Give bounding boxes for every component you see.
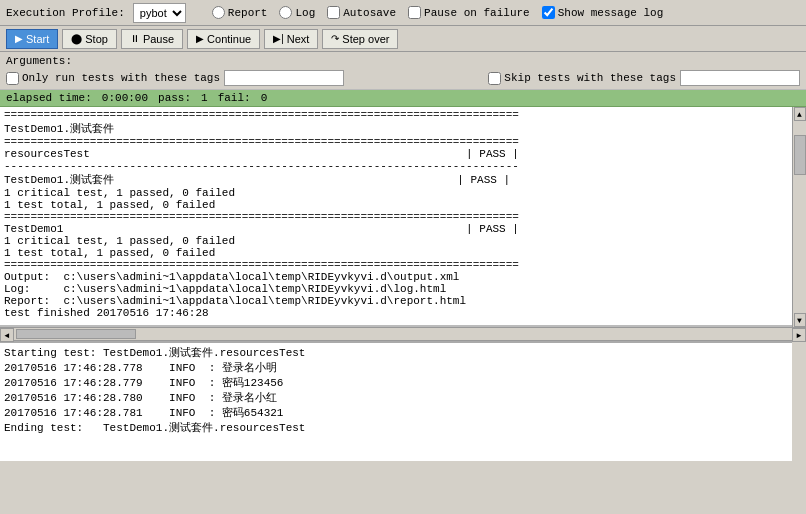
show-message-log-checkbox-item: Show message log	[542, 6, 664, 19]
scroll-up-arrow[interactable]: ▲	[794, 107, 806, 121]
next-button[interactable]: ▶| Next	[264, 29, 318, 49]
output-line: Output: c:\users\admini~1\appdata\local\…	[4, 271, 788, 283]
show-message-log-checkbox[interactable]	[542, 6, 555, 19]
start-label: Start	[26, 33, 49, 45]
pause-on-failure-checkbox-item: Pause on failure	[408, 6, 530, 19]
show-message-log-label: Show message log	[558, 7, 664, 19]
output-panel[interactable]: ========================================…	[0, 107, 792, 327]
log-panel[interactable]: Starting test: TestDemo1.测试套件.resourcesT…	[0, 341, 792, 461]
report-radio[interactable]	[212, 6, 225, 19]
step-over-icon: ↷	[331, 33, 339, 44]
only-run-checkbox-item: Only run tests with these tags	[6, 72, 220, 85]
fail-value: 0	[261, 92, 268, 104]
stop-button[interactable]: ⬤ Stop	[62, 29, 117, 49]
skip-checkbox[interactable]	[488, 72, 501, 85]
fail-label: fail:	[218, 92, 251, 104]
pause-label: Pause	[143, 33, 174, 45]
skip-checkbox-item: Skip tests with these tags	[488, 72, 676, 85]
profile-select[interactable]: pybot	[133, 3, 186, 23]
output-line: test finished 20170516 17:46:28	[4, 307, 788, 319]
scroll-right-arrow[interactable]: ►	[792, 328, 806, 342]
start-button[interactable]: ▶ Start	[6, 29, 58, 49]
toolbar: ▶ Start ⬤ Stop ⏸ Pause ▶ Continue ▶| Nex…	[0, 26, 806, 52]
autosave-label: Autosave	[343, 7, 396, 19]
report-checkbox-item: Report	[212, 6, 268, 19]
start-icon: ▶	[15, 33, 23, 44]
status-bar: elapsed time: 0:00:00 pass: 1 fail: 0	[0, 90, 806, 107]
log-line: 20170516 17:46:28.780 INFO : 登录名小红	[4, 390, 788, 405]
output-line: 1 test total, 1 passed, 0 failed	[4, 247, 788, 259]
hscroll-thumb[interactable]	[16, 329, 136, 339]
report-label: Report	[228, 7, 268, 19]
elapsed-value: 0:00:00	[102, 92, 148, 104]
main-area: ========================================…	[0, 107, 806, 327]
output-line: ========================================…	[4, 109, 788, 121]
log-label: Log	[295, 7, 315, 19]
log-line: 20170516 17:46:28.781 INFO : 密码654321	[4, 405, 788, 420]
pass-value: 1	[201, 92, 208, 104]
output-line: TestDemo1 | PASS |	[4, 223, 788, 235]
stop-icon: ⬤	[71, 33, 82, 44]
output-line: Report: c:\users\admini~1\appdata\local\…	[4, 295, 788, 307]
pause-button[interactable]: ⏸ Pause	[121, 29, 183, 49]
log-line: Ending test: TestDemo1.测试套件.resourcesTes…	[4, 420, 788, 435]
arguments-label: Arguments:	[6, 55, 800, 67]
continue-button[interactable]: ▶ Continue	[187, 29, 260, 49]
only-run-checkbox[interactable]	[6, 72, 19, 85]
horizontal-scrollbar[interactable]: ◄ ►	[0, 327, 806, 341]
autosave-checkbox[interactable]	[327, 6, 340, 19]
scroll-down-arrow[interactable]: ▼	[794, 313, 806, 327]
output-line: ========================================…	[4, 211, 788, 223]
next-label: Next	[287, 33, 310, 45]
skip-input[interactable]	[680, 70, 800, 86]
output-line: TestDemo1.测试套件 | PASS |	[4, 172, 788, 187]
stop-label: Stop	[85, 33, 108, 45]
output-line: Log: c:\users\admini~1\appdata\local\tem…	[4, 283, 788, 295]
output-line: 1 critical test, 1 passed, 0 failed	[4, 187, 788, 199]
output-line: resourcesTest | PASS |	[4, 148, 788, 160]
log-radio[interactable]	[279, 6, 292, 19]
elapsed-label: elapsed time:	[6, 92, 92, 104]
step-over-label: Step over	[342, 33, 389, 45]
log-checkbox-item: Log	[279, 6, 315, 19]
scroll-left-arrow[interactable]: ◄	[0, 328, 14, 342]
arguments-section: Arguments: Only run tests with these tag…	[0, 52, 806, 90]
log-line: Starting test: TestDemo1.测试套件.resourcesT…	[4, 345, 788, 360]
output-line: 1 test total, 1 passed, 0 failed	[4, 199, 788, 211]
hscroll-track	[14, 328, 792, 340]
vertical-scrollbar[interactable]: ▲ ▼	[792, 107, 806, 327]
pause-on-failure-label: Pause on failure	[424, 7, 530, 19]
only-run-input[interactable]	[224, 70, 344, 86]
output-line: ----------------------------------------…	[4, 160, 788, 172]
autosave-checkbox-item: Autosave	[327, 6, 396, 19]
top-bar: Execution Profile: pybot Report Log Auto…	[0, 0, 806, 26]
continue-icon: ▶	[196, 33, 204, 44]
log-line: 20170516 17:46:28.778 INFO : 登录名小明	[4, 360, 788, 375]
scroll-thumb[interactable]	[794, 135, 806, 175]
top-checkbox-group: Report Log Autosave Pause on failure Sho…	[212, 6, 663, 19]
pass-label: pass:	[158, 92, 191, 104]
execution-profile-label: Execution Profile:	[6, 7, 125, 19]
skip-label: Skip tests with these tags	[504, 72, 676, 84]
continue-label: Continue	[207, 33, 251, 45]
output-line: ========================================…	[4, 136, 788, 148]
log-line: 20170516 17:46:28.779 INFO : 密码123456	[4, 375, 788, 390]
only-run-label: Only run tests with these tags	[22, 72, 220, 84]
output-line: ========================================…	[4, 259, 788, 271]
pause-icon: ⏸	[130, 33, 140, 44]
next-icon: ▶|	[273, 33, 284, 44]
output-line: TestDemo1.测试套件	[4, 121, 788, 136]
arguments-checkboxes: Only run tests with these tags Skip test…	[6, 70, 800, 86]
output-line: 1 critical test, 1 passed, 0 failed	[4, 235, 788, 247]
step-over-button[interactable]: ↷ Step over	[322, 29, 398, 49]
pause-on-failure-checkbox[interactable]	[408, 6, 421, 19]
